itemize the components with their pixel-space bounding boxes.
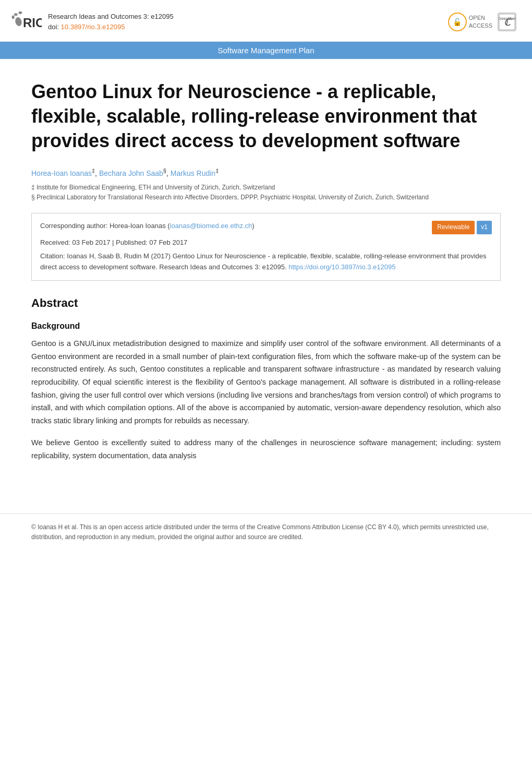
header-left: RIO Research Ideas and Outcomes 3: e1209… [10, 7, 174, 36]
open-access-icon: 🔓 [448, 13, 467, 31]
open-access-badge: 🔓 OPEN ACCESS [448, 13, 492, 31]
svg-point-4 [12, 16, 15, 19]
svg-point-0 [14, 17, 22, 27]
version-badge: v1 [477, 221, 492, 234]
open-access-text: OPEN ACCESS [469, 14, 492, 29]
author-3-link[interactable]: Markus Rudin [171, 169, 215, 177]
reviewable-badge: Reviewable [432, 221, 475, 234]
journal-name: Research Ideas and Outcomes 3: e12095 [48, 11, 174, 22]
info-box-header: Corresponding author: Horea-Ioan Ioanas … [40, 221, 492, 234]
received-published-line: Received: 03 Feb 2017 | Published: 07 Fe… [40, 237, 492, 248]
citation-text: Citation: Ioanas H, Saab B, Rudin M (201… [40, 251, 492, 273]
info-box: Corresponding author: Horea-Ioan Ioanas … [31, 213, 501, 281]
page-header: RIO Research Ideas and Outcomes 3: e1209… [0, 0, 532, 42]
header-right: 🔓 OPEN ACCESS ℂ CrossMark [448, 13, 516, 31]
author-1-link[interactable]: Horea-Ioan Ioanas [31, 169, 92, 177]
article-badges: Reviewable v1 [432, 221, 492, 234]
abstract-paragraph-1: Gentoo is a GNU/Linux metadistribution d… [31, 337, 501, 427]
background-subtitle: Background [31, 321, 501, 331]
article-title: Gentoo Linux for Neuroscience - a replic… [31, 80, 501, 153]
corresponding-label: Corresponding author: Horea-Ioan Ioanas … [40, 222, 170, 230]
svg-point-3 [18, 11, 22, 14]
main-content: Gentoo Linux for Neuroscience - a replic… [0, 59, 532, 493]
citation-body: Citation: Ioanas H, Saab B, Rudin M (201… [40, 252, 487, 271]
rio-logo: RIO [10, 7, 42, 36]
rio-logo-icon: RIO [10, 7, 42, 36]
doi-label: doi: [48, 23, 61, 31]
corresponding-email[interactable]: ioanas@biomed.ee.ethz.ch [170, 222, 252, 230]
authors-line: Horea-Ioan Ioanas‡, Bechara John Saab§, … [31, 168, 501, 177]
author-2-link[interactable]: Bechara John Saab [99, 169, 163, 177]
abstract-section-title: Abstract [31, 296, 501, 313]
lock-icon: 🔓 [453, 18, 462, 26]
footer-copyright: © Ioanas H et al. This is an open access… [31, 523, 489, 541]
doi-line: doi: 10.3897/rio.3.e12095 [48, 22, 174, 32]
article-type-banner: Software Management Plan [0, 42, 532, 59]
citation-doi-link[interactable]: https://doi.org/10.3897/rio.3.e12095 [288, 263, 395, 271]
affiliation-1: ‡ Institute for Biomedical Engineering, … [31, 183, 501, 193]
author-3-sup: ‡ [215, 168, 219, 174]
page-footer: © Ioanas H et al. This is an open access… [0, 514, 532, 551]
svg-point-2 [14, 13, 18, 16]
abstract-section: Abstract Background Gentoo is a GNU/Linu… [31, 296, 501, 462]
journal-info: Research Ideas and Outcomes 3: e12095 do… [48, 11, 174, 32]
author-1-sup: ‡ [92, 168, 95, 174]
author-2-sup: § [163, 168, 166, 174]
affiliation-2: § Preclinical Laboratory for Translation… [31, 193, 501, 202]
svg-text:RIO: RIO [23, 16, 42, 30]
doi-link[interactable]: 10.3897/rio.3.e12095 [61, 23, 125, 31]
corresponding-line: Corresponding author: Horea-Ioan Ioanas … [40, 221, 255, 232]
affiliations: ‡ Institute for Biomedical Engineering, … [31, 183, 501, 202]
crossmark-badge: ℂ CrossMark [498, 13, 516, 31]
corresponding-close: ) [252, 222, 254, 230]
svg-text:CrossMark: CrossMark [499, 17, 515, 21]
banner-label: Software Management Plan [217, 46, 314, 55]
abstract-paragraph-2: We believe Gentoo is excellently suited … [31, 436, 501, 462]
crossmark-icon: ℂ CrossMark [499, 13, 515, 31]
